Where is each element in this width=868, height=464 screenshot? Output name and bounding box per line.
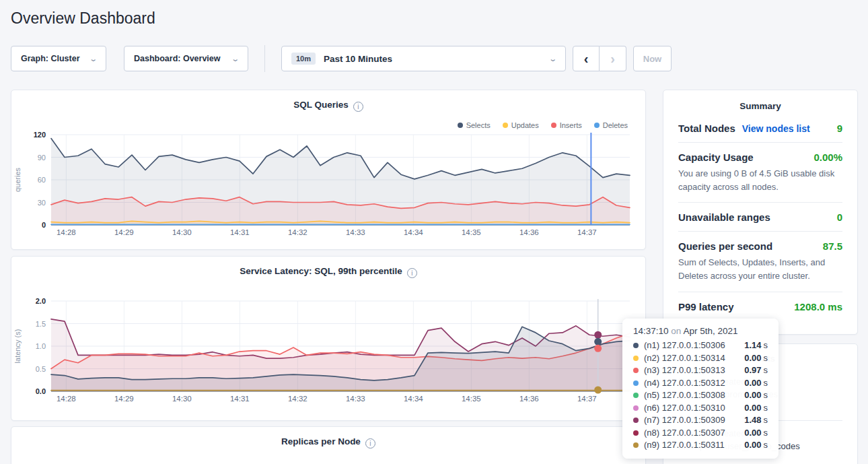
now-button[interactable]: Now bbox=[633, 46, 672, 71]
node-address: (n3) 127.0.0.1:50313 bbox=[644, 364, 744, 377]
svg-text:14:31: 14:31 bbox=[230, 395, 250, 403]
node-color-dot bbox=[633, 368, 639, 373]
service-latency-card: Service Latency: SQL, 99th percentilei 1… bbox=[11, 256, 646, 421]
svg-text:14:28: 14:28 bbox=[57, 395, 76, 403]
summary-row-desc: You are using 0 B of 4.5 GiB usable disk… bbox=[678, 167, 842, 194]
summary-row-label: Queries per second bbox=[678, 240, 772, 252]
node-color-dot bbox=[633, 418, 639, 423]
node-latency-value: 0.00 bbox=[744, 439, 761, 452]
node-address: (n8) 127.0.0.1:50307 bbox=[644, 427, 744, 440]
tooltip-row: (n4) 127.0.0.1:503120.00s bbox=[633, 377, 768, 390]
summary-row-value: 9 bbox=[837, 123, 842, 134]
sql-queries-card: SQL Queriesi SelectsUpdatesInsertsDelete… bbox=[11, 90, 646, 250]
node-latency-value: 0.00 bbox=[744, 389, 761, 402]
node-color-dot bbox=[633, 356, 639, 361]
svg-text:14:34: 14:34 bbox=[404, 395, 423, 403]
node-latency-value: 0.00 bbox=[744, 427, 761, 440]
tooltip-row: (n7) 127.0.0.1:503091.48s bbox=[633, 414, 768, 427]
chevron-down-icon: ⌄ bbox=[231, 55, 240, 63]
svg-text:1.0: 1.0 bbox=[36, 342, 46, 350]
svg-text:14:29: 14:29 bbox=[114, 228, 134, 236]
tooltip-rows: (n1) 127.0.0.1:503061.14s(n2) 127.0.0.1:… bbox=[633, 339, 768, 452]
dashboard-dropdown[interactable]: Dashboard: Overview ⌄ bbox=[124, 46, 248, 71]
svg-text:90: 90 bbox=[38, 154, 46, 162]
node-latency-value: 0.00 bbox=[744, 402, 761, 415]
node-latency-value: 0.00 bbox=[744, 377, 761, 390]
legend-dot bbox=[503, 123, 508, 128]
sql-queries-title: SQL Queriesi bbox=[11, 100, 645, 112]
svg-text:14:28: 14:28 bbox=[57, 228, 76, 236]
summary-row-label: Total Nodes bbox=[678, 123, 735, 134]
svg-text:14:35: 14:35 bbox=[462, 228, 481, 236]
dashboard-label: Dashboard: Overview bbox=[134, 54, 221, 63]
svg-text:latency (s): latency (s) bbox=[13, 329, 22, 364]
svg-text:14:37: 14:37 bbox=[577, 395, 597, 403]
svg-text:0.0: 0.0 bbox=[36, 387, 46, 395]
svg-text:14:35: 14:35 bbox=[462, 395, 481, 403]
service-latency-chart[interactable]: 14:2814:2914:3014:3114:3214:3314:3414:35… bbox=[11, 296, 647, 410]
svg-text:60: 60 bbox=[38, 176, 46, 184]
time-range-selector[interactable]: 10m Past 10 Minutes ⌄ bbox=[281, 46, 566, 71]
tooltip-row: (n6) 127.0.0.1:503100.00s bbox=[633, 402, 768, 415]
svg-text:14:29: 14:29 bbox=[114, 395, 134, 403]
latency-unit: s bbox=[764, 427, 768, 440]
svg-text:14:34: 14:34 bbox=[404, 228, 423, 236]
tooltip-row: (n2) 127.0.0.1:503140.00s bbox=[633, 352, 768, 365]
time-forward-button[interactable]: › bbox=[600, 46, 626, 71]
node-latency-value: 1.48 bbox=[744, 414, 761, 427]
node-color-dot bbox=[633, 430, 639, 436]
time-range-label: Past 10 Minutes bbox=[324, 54, 392, 64]
summary-title: Summary bbox=[678, 101, 842, 111]
sql-queries-chart[interactable]: 14:2814:2914:3014:3114:3214:3314:3414:35… bbox=[11, 129, 647, 243]
graph-scope-dropdown[interactable]: Graph: Cluster ⌄ bbox=[11, 46, 106, 71]
time-back-button[interactable]: ‹ bbox=[573, 46, 600, 71]
chart-hover-tooltip: 14:37:10 on Apr 5th, 2021 (n1) 127.0.0.1… bbox=[622, 319, 779, 459]
node-latency-value: 0.00 bbox=[744, 352, 761, 365]
node-color-dot bbox=[633, 442, 639, 448]
svg-text:30: 30 bbox=[38, 199, 46, 207]
summary-row: Total NodesView nodes list9 bbox=[678, 114, 842, 143]
tooltip-row: (n1) 127.0.0.1:503061.14s bbox=[633, 339, 768, 352]
tooltip-row: (n8) 127.0.0.1:503070.00s bbox=[633, 427, 768, 440]
node-address: (n9) 127.0.0.1:50311 bbox=[644, 439, 744, 452]
svg-text:0: 0 bbox=[42, 221, 46, 229]
summary-row: Unavailable ranges0 bbox=[678, 203, 842, 232]
info-icon[interactable]: i bbox=[353, 102, 363, 112]
summary-row: P99 latency1208.0 ms bbox=[678, 292, 842, 321]
svg-text:14:30: 14:30 bbox=[172, 395, 192, 403]
node-latency-value: 1.14 bbox=[744, 339, 761, 352]
latency-unit: s bbox=[764, 439, 768, 452]
node-color-dot bbox=[633, 393, 639, 398]
svg-text:1.5: 1.5 bbox=[36, 320, 46, 328]
node-address: (n6) 127.0.0.1:50310 bbox=[644, 402, 744, 415]
latency-unit: s bbox=[764, 389, 768, 402]
summary-rows: Total NodesView nodes list9Capacity Usag… bbox=[678, 114, 842, 321]
summary-row-value: 1208.0 ms bbox=[794, 301, 842, 312]
tooltip-row: (n3) 127.0.0.1:503130.97s bbox=[633, 364, 768, 377]
view-nodes-link[interactable]: View nodes list bbox=[742, 123, 810, 134]
node-address: (n4) 127.0.0.1:50312 bbox=[644, 377, 744, 390]
legend-dot bbox=[551, 123, 556, 128]
svg-text:14:32: 14:32 bbox=[288, 395, 308, 403]
summary-row-value: 87.5 bbox=[823, 240, 842, 252]
tooltip-row: (n9) 127.0.0.1:503110.00s bbox=[633, 439, 768, 452]
latency-unit: s bbox=[764, 339, 768, 352]
latency-unit: s bbox=[764, 377, 768, 390]
svg-text:14:33: 14:33 bbox=[346, 395, 365, 403]
info-icon[interactable]: i bbox=[365, 438, 375, 449]
chevron-down-icon: ⌄ bbox=[548, 55, 557, 63]
info-icon[interactable]: i bbox=[407, 268, 417, 278]
svg-text:14:30: 14:30 bbox=[172, 228, 192, 236]
svg-text:14:33: 14:33 bbox=[346, 228, 365, 236]
node-address: (n7) 127.0.0.1:50309 bbox=[644, 414, 744, 427]
legend-dot bbox=[458, 123, 463, 128]
latency-unit: s bbox=[764, 352, 768, 365]
node-color-dot bbox=[633, 343, 639, 348]
latency-unit: s bbox=[764, 414, 768, 427]
chevron-down-icon: ⌄ bbox=[89, 55, 98, 63]
legend-dot bbox=[594, 123, 600, 128]
node-color-dot bbox=[633, 380, 639, 386]
controls-divider bbox=[264, 45, 265, 72]
summary-row-label: Capacity Usage bbox=[678, 152, 754, 163]
tooltip-timestamp: 14:37:10 on Apr 5th, 2021 bbox=[633, 326, 768, 336]
